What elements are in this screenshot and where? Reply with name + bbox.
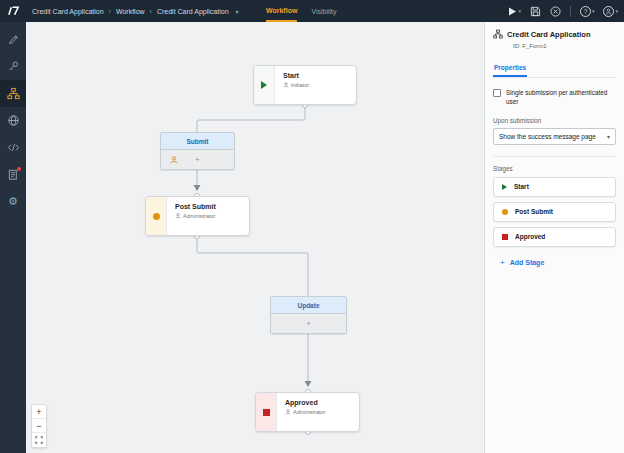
top-bar: Credit Card Application › Workflow › Cre… [0, 0, 624, 22]
workflow-editor-app: Credit Card Application › Workflow › Cre… [0, 0, 624, 453]
select-value: Show the success message page [499, 133, 596, 140]
topbar-tabs: Workflow Visibility [266, 0, 337, 22]
stages-label: Stages [493, 165, 616, 172]
add-action-button[interactable]: + [306, 320, 311, 328]
sidebar-item-permissions[interactable] [0, 53, 26, 80]
account-menu-button[interactable]: ▾ [603, 6, 618, 17]
square-icon [502, 234, 508, 240]
breadcrumb-item-workflow[interactable]: Workflow [116, 8, 145, 15]
person-icon [283, 82, 289, 88]
play-icon [261, 81, 267, 89]
fit-screen-icon [35, 436, 43, 444]
save-button[interactable] [530, 6, 541, 17]
sidebar-item-design[interactable] [0, 26, 26, 53]
sidebar-item-code[interactable] [0, 134, 26, 161]
add-action-button[interactable]: + [195, 156, 200, 164]
workflow-icon [493, 29, 503, 39]
divider [570, 6, 571, 17]
stage-list-item-approved[interactable]: Approved [493, 227, 616, 247]
sidebar-item-workflow[interactable] [0, 80, 26, 107]
zoom-in-button[interactable]: + [32, 405, 46, 419]
node-approved-strip [256, 393, 277, 431]
tab-workflow[interactable]: Workflow [266, 0, 297, 22]
stage-name: Approved [515, 233, 545, 240]
properties-panel: Credit Card Application ID: F_Form1 Prop… [484, 22, 624, 453]
sidebar-item-activity-log[interactable] [0, 161, 26, 188]
sidebar-item-settings[interactable]: ⚙ [0, 188, 26, 215]
close-button[interactable] [550, 6, 561, 17]
divider [493, 156, 616, 157]
node-title: Start [283, 72, 356, 79]
left-sidebar: ⚙ [0, 22, 26, 453]
node-title: Update [271, 297, 346, 314]
run-button[interactable]: ▾ [508, 7, 521, 16]
panel-title: Credit Card Application [507, 30, 590, 39]
help-menu-button[interactable]: ? ▾ [580, 6, 595, 17]
code-icon [7, 141, 20, 154]
add-stage-button[interactable]: + Add Stage [493, 258, 616, 267]
tab-visibility[interactable]: Visibility [311, 0, 336, 22]
stage-circle-icon [153, 213, 160, 220]
breadcrumb: Credit Card Application › Workflow › Cre… [32, 8, 239, 15]
single-submission-label: Single submission per authenticated user [506, 88, 616, 107]
topbar-actions: ▾ ? ▾ [508, 0, 618, 22]
single-submission-checkbox[interactable] [493, 89, 501, 97]
node-assignee: Initiator [291, 82, 309, 88]
zoom-out-button[interactable]: − [32, 419, 46, 433]
chevron-down-icon: ▾ [518, 8, 521, 14]
chevron-down-icon: ▾ [615, 8, 618, 14]
breadcrumb-separator: › [109, 8, 111, 15]
stage-name: Post Submit [515, 208, 553, 215]
key-icon [7, 60, 20, 73]
node-post-submit-strip [146, 197, 167, 235]
node-title: Approved [285, 399, 359, 406]
pen-icon [7, 33, 20, 46]
stage-square-icon [263, 409, 270, 416]
node-update[interactable]: Update + [270, 296, 347, 334]
form-id-label: ID: F_Form1 [513, 43, 616, 49]
node-start-strip [254, 66, 275, 104]
tab-properties[interactable]: Properties [493, 64, 527, 77]
add-stage-label: Add Stage [510, 259, 545, 266]
upon-submission-label: Upon submission [493, 117, 616, 124]
breadcrumb-separator: › [150, 8, 152, 15]
sidebar-item-publish[interactable] [0, 107, 26, 134]
node-submit[interactable]: Submit + [160, 132, 235, 170]
stage-list-item-start[interactable]: Start [493, 177, 616, 197]
chevron-down-icon: ▾ [607, 133, 610, 140]
circle-icon [502, 209, 508, 215]
app-logo-icon[interactable] [7, 5, 20, 17]
notification-dot [17, 167, 21, 171]
node-approved[interactable]: Approved Administrator [255, 392, 360, 432]
node-start[interactable]: Start Initiator [253, 65, 357, 105]
upon-submission-select[interactable]: Show the success message page ▾ [493, 128, 616, 145]
workflow-icon [7, 87, 20, 100]
breadcrumb-item-current[interactable]: Credit Card Application [157, 8, 229, 15]
workflow-canvas[interactable]: Start Initiator Submit + [26, 22, 484, 453]
breadcrumb-item-app[interactable]: Credit Card Application [32, 8, 104, 15]
stage-list-item-post-submit[interactable]: Post Submit [493, 202, 616, 222]
canvas-zoom-controls: + − [31, 404, 47, 448]
node-assignee: Administrator [293, 409, 325, 415]
assignee-icon[interactable] [170, 156, 178, 164]
single-submission-row: Single submission per authenticated user [493, 88, 616, 107]
fit-screen-button[interactable] [32, 433, 46, 447]
help-icon: ? [580, 6, 591, 17]
node-assignee: Administrator [183, 213, 215, 219]
avatar-icon [603, 6, 614, 17]
gear-icon: ⚙ [8, 196, 18, 207]
node-title: Post Submit [175, 203, 249, 210]
globe-icon [7, 114, 20, 127]
node-post-submit[interactable]: Post Submit Administrator [145, 196, 250, 236]
person-icon [285, 409, 291, 415]
person-icon [175, 213, 181, 219]
chevron-down-icon[interactable]: ▾ [236, 8, 239, 15]
plus-icon: + [500, 258, 505, 267]
chevron-down-icon: ▾ [592, 8, 595, 14]
play-icon [502, 184, 507, 190]
stage-name: Start [514, 183, 529, 190]
node-title: Submit [161, 133, 234, 150]
